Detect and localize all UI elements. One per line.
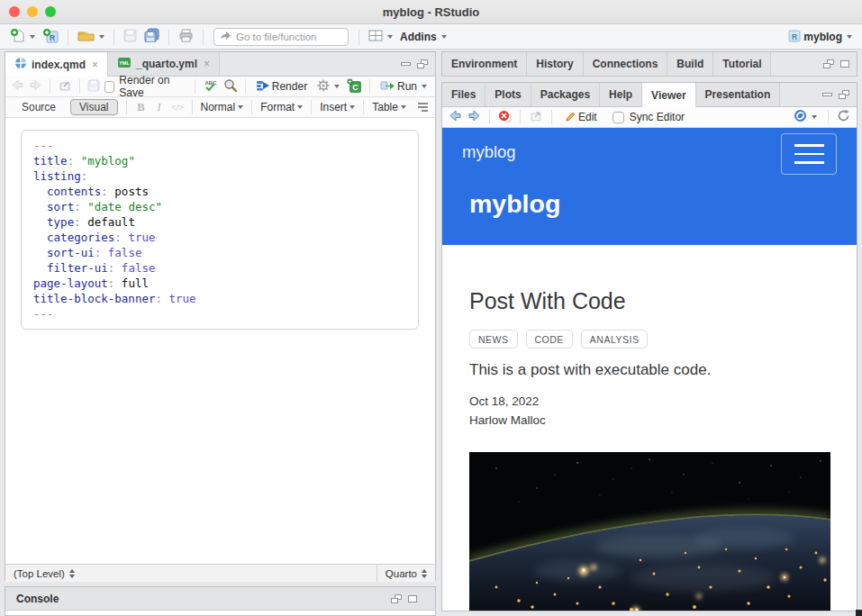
close-window-button[interactable] <box>9 6 20 17</box>
save-all-button[interactable] <box>141 26 162 47</box>
goto-file-input[interactable] <box>236 32 335 42</box>
table-dropdown[interactable]: Table <box>372 101 406 113</box>
tab-files[interactable]: Files <box>442 83 485 106</box>
tab-plots[interactable]: Plots <box>485 83 531 106</box>
bold-button[interactable]: B <box>135 101 148 114</box>
insert-label: Insert <box>320 101 347 113</box>
format-dropdown[interactable]: Format <box>260 101 303 113</box>
restore-pane-icon[interactable] <box>823 59 834 68</box>
outline-toggle-icon[interactable] <box>418 103 428 112</box>
forward-button[interactable] <box>29 79 42 94</box>
restore-pane-icon[interactable] <box>417 59 428 68</box>
svg-text:R: R <box>792 32 797 41</box>
spellcheck-button[interactable]: ABC <box>203 78 219 95</box>
yaml-code-block[interactable]: ---title: "myblog"listing: contents: pos… <box>21 130 419 330</box>
render-button[interactable]: Render <box>253 78 310 95</box>
tab-history[interactable]: History <box>527 52 583 76</box>
console-title: Console <box>16 593 59 605</box>
minimize-pane-icon[interactable] <box>822 93 832 96</box>
minimize-window-button[interactable] <box>27 6 38 17</box>
restore-pane-icon[interactable] <box>839 90 849 99</box>
find-replace-button[interactable] <box>223 78 238 95</box>
tab-close-icon[interactable]: × <box>204 58 210 70</box>
viewer-popout-button[interactable] <box>529 110 543 124</box>
zoom-window-button[interactable] <box>45 6 56 17</box>
print-icon <box>178 29 194 45</box>
visual-mode-button[interactable]: Visual <box>70 99 117 115</box>
back-button[interactable] <box>11 79 24 94</box>
editor-toolbar: Render on Save ABC Render C Ru <box>5 77 435 97</box>
insert-dropdown[interactable]: Insert <box>320 101 355 113</box>
window-titlebar: myblog - RStudio <box>0 0 862 24</box>
tab-viewer[interactable]: Viewer <box>642 83 695 107</box>
new-project-icon: R <box>42 28 59 46</box>
paragraph-style-dropdown[interactable]: Normal <box>201 101 244 113</box>
category-badge-analysis[interactable]: ANALYSIS <box>581 330 649 349</box>
addins-label: Addins <box>400 31 437 43</box>
window-resize-grip[interactable] <box>856 610 862 616</box>
scope-label: (Top Level) <box>14 568 65 579</box>
addins-button[interactable]: Addins <box>397 29 449 45</box>
open-folder-icon <box>77 29 95 45</box>
pane-grid-icon <box>368 30 383 44</box>
editor-tab-quarto-yml[interactable]: YML _quarto.yml × <box>108 52 220 76</box>
save-button[interactable] <box>121 27 140 47</box>
render-options-button[interactable] <box>314 77 342 96</box>
tab-close-icon[interactable]: × <box>92 59 98 71</box>
category-badge-code[interactable]: CODE <box>526 330 573 349</box>
files-viewer-pane: Files Plots Packages Help Viewer Present… <box>441 82 857 611</box>
open-file-button[interactable] <box>75 27 107 47</box>
print-button[interactable] <box>176 27 196 47</box>
post-date: Oct 18, 2022 <box>469 394 539 408</box>
viewer-back-button[interactable] <box>449 110 462 124</box>
viewer-forward-button[interactable] <box>467 110 481 124</box>
navbar-toggler-button[interactable] <box>781 133 837 175</box>
tab-build[interactable]: Build <box>667 52 713 76</box>
tab-packages[interactable]: Packages <box>531 83 600 106</box>
run-button[interactable]: Run <box>377 78 430 95</box>
scope-selector[interactable]: (Top Level) <box>5 565 83 582</box>
pane-layout-button[interactable] <box>366 28 395 46</box>
render-on-save-checkbox[interactable] <box>104 81 115 93</box>
tab-environment[interactable]: Environment <box>442 52 527 76</box>
project-menu-button[interactable]: R myblog <box>785 26 855 47</box>
italic-button[interactable]: I <box>153 101 166 114</box>
open-in-new-window-button[interactable] <box>58 79 72 94</box>
yml-file-icon: YML <box>117 57 132 71</box>
source-mode-button[interactable]: Source <box>13 99 65 115</box>
category-badge-news[interactable]: NEWS <box>469 330 518 349</box>
editor-tab-label: index.qmd <box>32 59 86 71</box>
maximize-pane-icon[interactable] <box>408 595 417 602</box>
svg-text:ABC: ABC <box>204 80 217 86</box>
sync-editor-checkbox[interactable] <box>612 112 624 123</box>
goto-file-search[interactable] <box>213 28 349 46</box>
maximize-pane-icon[interactable] <box>840 60 849 68</box>
viewer-refresh-button[interactable] <box>837 109 850 125</box>
editor-tab-index-qmd[interactable]: index.qmd × <box>5 52 108 77</box>
editor-tab-label: _quarto.yml <box>136 58 197 70</box>
save-all-icon <box>144 28 159 45</box>
tab-tutorial[interactable]: Tutorial <box>713 52 771 76</box>
viewer-edit-label: Edit <box>578 111 597 123</box>
viewer-clear-button[interactable] <box>498 110 512 125</box>
insert-chunk-button[interactable]: C <box>347 78 362 95</box>
code-button[interactable]: </> <box>171 103 184 113</box>
pencil-icon <box>563 110 576 125</box>
viewer-edit-button[interactable]: Edit <box>560 108 600 127</box>
restore-pane-icon[interactable] <box>391 594 402 603</box>
new-file-button[interactable] <box>7 26 38 48</box>
save-document-button[interactable] <box>87 79 100 95</box>
new-project-button[interactable]: R <box>40 26 61 48</box>
minimize-pane-icon[interactable] <box>401 62 411 66</box>
blog-navbar-brand[interactable]: myblog <box>462 142 516 162</box>
tab-help[interactable]: Help <box>600 83 642 106</box>
save-icon <box>123 29 137 45</box>
document-mode-selector[interactable]: Quarto <box>377 565 435 582</box>
tab-presentation[interactable]: Presentation <box>696 83 781 106</box>
run-label: Run <box>397 80 417 93</box>
post-description: This is a post with executable code. <box>469 361 711 379</box>
editor-status-bar: (Top Level) Quarto <box>5 564 435 582</box>
tab-connections[interactable]: Connections <box>584 52 668 76</box>
viewer-content: myblog myblog Post With Code NEWS CODE A… <box>442 128 857 611</box>
publish-button[interactable] <box>791 107 820 127</box>
